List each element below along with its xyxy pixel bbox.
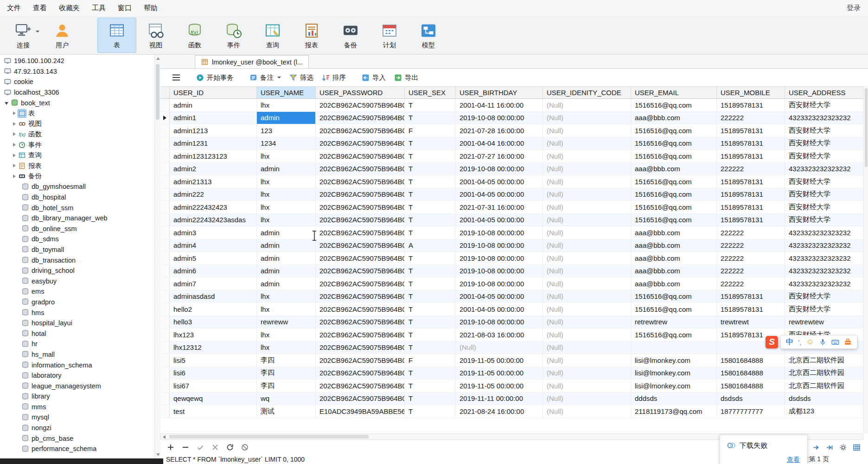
cell[interactable]: A (405, 239, 456, 252)
cell[interactable]: T (405, 226, 456, 239)
cell[interactable]: 1516516@qq.com (631, 214, 717, 226)
sidebar-connection-item[interactable]: cookie (0, 77, 160, 87)
cell[interactable]: 222222 (717, 252, 785, 264)
sidebar-database-item[interactable]: hr (0, 339, 160, 349)
sidebar-object-type[interactable]: 视图 (0, 119, 160, 129)
cell[interactable]: aaa@bbb.com (631, 112, 717, 124)
cell[interactable]: 1516516@qq.com (631, 303, 717, 316)
cell[interactable]: 222222 (717, 226, 785, 239)
sidebar-object-type[interactable]: 事件 (0, 140, 160, 150)
cell[interactable]: 西安财经大学 (785, 137, 863, 150)
cell[interactable]: 李四 (257, 367, 316, 380)
keyboard-icon[interactable] (831, 338, 839, 346)
cell[interactable]: admin222432423 (170, 201, 257, 213)
cell[interactable]: 222222 (717, 265, 785, 277)
cell[interactable]: 202CB962AC59075B964B0 (316, 239, 405, 252)
table-row[interactable]: admin21313lhx202CB962AC59075B964B0T2001-… (160, 175, 863, 188)
cell[interactable]: 202CB962AC59075B964B0 (316, 290, 405, 303)
cell[interactable]: 2019-10-08 00:00:00 (456, 239, 543, 252)
cell[interactable]: lhx (257, 201, 316, 213)
table-row[interactable]: test测试E10ADC3949BA59ABBE56T2021-08-24 16… (160, 405, 863, 418)
cell[interactable]: admin (257, 277, 316, 290)
sidebar-database-item[interactable]: mms (0, 402, 160, 412)
table-row[interactable]: admin7admin202CB962AC59075B964B0T2019-10… (160, 277, 863, 290)
grid-menu-button[interactable] (168, 71, 185, 84)
menu-item[interactable]: 查看 (27, 0, 53, 16)
table-row[interactable]: admin1admin202CB962AC59075B964B0T2019-10… (160, 112, 863, 125)
export-button[interactable]: 导出 (390, 71, 422, 84)
table-row[interactable]: admin222432423lhx202CB962AC59075B964B0T2… (160, 201, 863, 214)
cell[interactable]: aaa@bbb.com (631, 226, 717, 239)
settings-gear-icon[interactable] (839, 444, 847, 451)
cell[interactable]: lhx (257, 188, 316, 201)
cell[interactable]: lisi@lmonkey.com (631, 354, 717, 367)
sidebar-database-item[interactable]: db_library_manager_web (0, 213, 160, 224)
table-row[interactable]: admin4admin202CB962AC59075B964B0A2019-10… (160, 239, 863, 252)
cell[interactable]: aaa@bbb.com (631, 163, 717, 175)
cell[interactable]: 202CB962AC59075B964B0 (316, 393, 405, 405)
toolbar-button-schedule[interactable]: 计划 (370, 18, 409, 53)
cell[interactable]: 4323323232323232 (785, 112, 863, 124)
apply-changes-button[interactable] (197, 444, 204, 451)
filter-button[interactable]: 筛选 (285, 71, 318, 84)
cell[interactable]: admin1231 (170, 137, 257, 150)
cell[interactable]: 4323323232323232 (785, 226, 863, 239)
cell[interactable]: 2021-07-27 16:00:00 (456, 150, 543, 162)
cell[interactable]: lhx (257, 214, 316, 226)
cell[interactable]: 15189578131 (717, 188, 785, 201)
sidebar-scrollbar[interactable] (154, 55, 160, 458)
sidebar-database-open[interactable]: book_text (0, 97, 160, 108)
grid-vertical-scrollbar[interactable] (863, 86, 868, 433)
cell[interactable]: 西安财经大学 (785, 214, 863, 226)
cell[interactable]: T (405, 150, 456, 162)
cell[interactable]: 15801684888 (717, 354, 785, 367)
cell[interactable]: admin1 (170, 112, 257, 124)
cell[interactable]: 西安财经大学 (785, 201, 863, 213)
sidebar-database-item[interactable]: easybuy (0, 276, 160, 286)
table-row[interactable]: admin5admin202CB962AC59075B964B0T2019-10… (160, 252, 863, 265)
cell[interactable]: T (405, 290, 456, 303)
cell[interactable]: qewqewq (170, 393, 257, 405)
cell[interactable]: 2019-10-08 00:00:00 (456, 252, 543, 264)
cell[interactable]: 202CB962AC59075B964B0 (316, 277, 405, 290)
cell[interactable]: admin5 (170, 252, 257, 264)
cell[interactable]: (Null) (543, 112, 631, 124)
cell[interactable]: 1516516@qq.com (631, 150, 717, 162)
cell[interactable]: 222222 (717, 112, 785, 124)
sidebar-database-item[interactable]: performance_schema (0, 444, 160, 454)
cell[interactable]: (Null) (543, 354, 631, 367)
cell[interactable]: admin2 (170, 163, 257, 175)
cell[interactable]: (Null) (543, 137, 631, 150)
cell[interactable]: T (405, 405, 456, 418)
toolbar-button-query[interactable]: 查询 (253, 18, 292, 53)
cell[interactable]: 1234 (257, 137, 316, 150)
table-row[interactable]: adminlhx202CB962AC59075B964B0T2001-04-11… (160, 99, 863, 112)
cell[interactable]: dsdsds (785, 393, 863, 405)
cell[interactable]: admin21313 (170, 175, 257, 188)
sidebar-database-item[interactable]: gradpro (0, 297, 160, 308)
cell[interactable]: F (405, 354, 456, 367)
cell[interactable]: wq (257, 393, 316, 405)
cell[interactable]: 2021-07-31 16:00:00 (456, 201, 543, 213)
cell[interactable]: 2019-10-08 00:00:00 (456, 265, 543, 277)
cell[interactable]: admin (257, 252, 316, 264)
cell[interactable]: 北京西二期软件园 (785, 380, 863, 392)
cell[interactable] (631, 342, 717, 354)
tree-expand-icon[interactable] (13, 111, 16, 115)
cell[interactable]: 15189578131 (717, 201, 785, 213)
table-row[interactable]: admin2admin202CB962AC59075B964B0T2019-10… (160, 163, 863, 176)
cell[interactable]: 15189578131 (717, 290, 785, 303)
cell[interactable]: 西安财经大学 (785, 188, 863, 201)
column-header[interactable]: USER_PASSWORD (316, 87, 405, 98)
cell[interactable]: 2019-11-05 00:00:00 (456, 380, 543, 392)
sidebar-database-item[interactable]: laboratory (0, 370, 160, 381)
scrollbar-thumb[interactable] (169, 435, 369, 438)
cell[interactable]: 123 (257, 124, 316, 137)
cell[interactable]: 15189578131 (717, 99, 785, 111)
table-row[interactable]: admin1213123202CB962AC59075B964B0F2021-0… (160, 124, 863, 137)
dropdown-caret-icon[interactable] (36, 31, 39, 34)
cell[interactable]: T (405, 277, 456, 290)
cell[interactable]: 1516516@qq.com (631, 201, 717, 213)
begin-transaction-button[interactable]: 开始事务 (192, 71, 238, 84)
cell[interactable]: admin222432423asdas (170, 214, 257, 226)
